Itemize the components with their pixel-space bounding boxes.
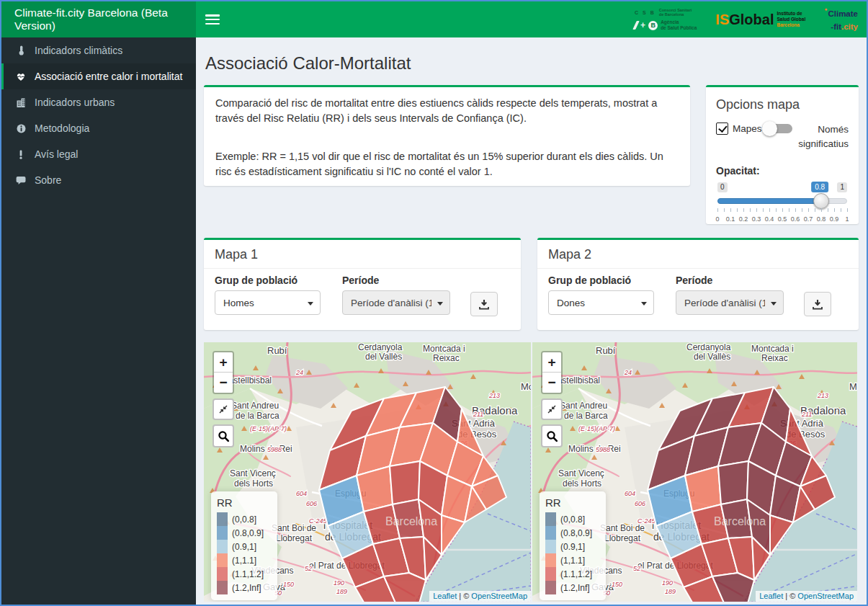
- legend-swatch: [217, 567, 228, 581]
- opacity-label: Opacitat:: [716, 165, 849, 177]
- leaflet-link[interactable]: Leaflet: [433, 592, 457, 600]
- svg-text:Reixac: Reixac: [433, 353, 460, 363]
- svg-text:Sant Boi de: Sant Boi de: [272, 523, 316, 533]
- district-polygon[interactable]: [390, 461, 420, 504]
- map-2[interactable]: RubíCastellbisbalCerdanyoladel VallèsMon…: [532, 342, 857, 602]
- district-polygon[interactable]: [718, 461, 748, 504]
- svg-text:Cerdanyola: Cerdanyola: [686, 342, 731, 352]
- opacity-slider[interactable]: 0 1 0.8 00.10.20.30.40.50.60.70.80.91: [717, 182, 847, 230]
- svg-text:5988: 5988: [596, 446, 610, 453]
- legend-label: (0,0.8]: [556, 514, 585, 525]
- search-button[interactable]: [541, 424, 563, 447]
- osm-link[interactable]: OpenStreetMap: [797, 592, 854, 600]
- only-significant-toggle[interactable]: [771, 124, 792, 133]
- legend-label: (1,1.1]: [556, 556, 585, 566]
- map1-period-label: Període: [342, 275, 450, 286]
- svg-text:606: 606: [306, 500, 317, 507]
- svg-text:190: 190: [662, 579, 673, 587]
- app-window: Climate-fit.city Barcelona (Beta Version…: [0, 0, 868, 606]
- info-icon: [14, 124, 27, 133]
- leaflet-link[interactable]: Leaflet: [759, 592, 783, 600]
- sidebar-item-avis-legal[interactable]: Avís legal: [1, 141, 196, 167]
- svg-text:de la Barca: de la Barca: [236, 411, 279, 421]
- map2-download-button[interactable]: [804, 292, 831, 316]
- svg-text:Reixac: Reixac: [761, 353, 788, 363]
- svg-text:211: 211: [473, 411, 483, 418]
- legend-label: (0.9,1]: [556, 542, 585, 552]
- svg-text:604: 604: [625, 490, 635, 497]
- legend-swatch: [545, 553, 556, 567]
- svg-text:C-245: C-245: [637, 517, 656, 525]
- legend-row: (1,1.1]: [545, 553, 600, 567]
- sync-view-button[interactable]: [541, 398, 563, 420]
- download-icon: [812, 299, 823, 310]
- map2-group-label: Grup de població: [548, 275, 654, 286]
- header-logos: C S B Consorci Sanitari de Barcelona + B…: [635, 1, 858, 37]
- zoom-out-button[interactable]: −: [214, 373, 233, 393]
- sidebar-item-indicadors-urbans[interactable]: Indicadors urbans: [1, 89, 196, 115]
- svg-text:(E-15)(AP-7): (E-15)(AP-7): [578, 425, 615, 432]
- svg-text:Montcada i: Montcada i: [423, 344, 465, 354]
- sidebar-item-metodologia[interactable]: Metodologia: [1, 115, 196, 141]
- svg-text:del Vallès: del Vallès: [694, 352, 730, 362]
- thermometer-icon: [14, 45, 27, 55]
- map2-group-select[interactable]: Dones: [548, 290, 654, 315]
- legend-swatch: [217, 553, 228, 567]
- map-1[interactable]: RubíCastellbisbalCerdanyoladel VallèsMon…: [204, 342, 531, 602]
- map-legend: RR (0,0.8](0.8,0.9](0.9,1](1,1.1](1.1,1.…: [211, 491, 277, 600]
- sidebar-item-sobre[interactable]: Sobre: [1, 167, 196, 193]
- sidebar: Indicadors climàticsAssociació entre cal…: [1, 37, 196, 605]
- sync-arrows-icon: [547, 404, 557, 414]
- map2-panel-title: Mapa 2: [537, 240, 859, 269]
- legend-swatch: [217, 581, 228, 594]
- top-navbar: Climate-fit.city Barcelona (Beta Version…: [1, 1, 867, 37]
- legend-row: (0.9,1]: [545, 540, 600, 553]
- heartbeat-icon: [14, 72, 27, 81]
- search-icon: [218, 430, 230, 442]
- slider-tick-labels: 00.10.20.30.40.50.60.70.80.91: [717, 215, 847, 224]
- svg-text:Sant Andreu: Sant Andreu: [560, 401, 607, 411]
- slider-handle[interactable]: [813, 193, 829, 209]
- legend-swatch: [217, 526, 228, 540]
- sidebar-item-label: Indicadors urbans: [35, 97, 115, 108]
- legend-row: (0.8,0.9]: [545, 526, 600, 540]
- sync-arrows-icon: [218, 404, 228, 414]
- map-options-box: Opcions mapa Mapes sincronitzats Només s…: [706, 85, 859, 224]
- sidebar-toggle-button[interactable]: [205, 13, 220, 26]
- search-button[interactable]: [212, 424, 234, 447]
- brand-logo: Climate-fit.city Barcelona (Beta Version…: [1, 1, 196, 37]
- exclamation-icon: [14, 150, 27, 159]
- legend-row: (1.1,1.2]: [545, 567, 600, 581]
- csb-abbr: C S B: [635, 10, 656, 15]
- map1-group-select[interactable]: Homes: [215, 290, 321, 315]
- legend-row: (0,0.8]: [217, 512, 272, 526]
- osm-link[interactable]: OpenStreetMap: [471, 592, 527, 600]
- svg-text:Llobregat: Llobregat: [604, 533, 641, 543]
- map1-download-button[interactable]: [470, 292, 498, 316]
- intro-paragraph-1: Comparació del risc de mortalitat entre …: [215, 96, 679, 126]
- map1-period-select[interactable]: Període d'anàlisi (199: [342, 290, 450, 315]
- zoom-in-button[interactable]: +: [214, 352, 233, 373]
- legend-label: (0.9,1]: [228, 542, 256, 552]
- zoom-in-button[interactable]: +: [542, 352, 561, 373]
- sidebar-item-associacio-calor-mortalitat[interactable]: Associació entre calor i mortalitat: [1, 63, 196, 89]
- svg-text:de la Barca: de la Barca: [564, 411, 608, 421]
- svg-text:24: 24: [295, 369, 303, 376]
- map2-period-select[interactable]: Període d'anàlisi (199: [676, 290, 784, 315]
- svg-text:606: 606: [635, 500, 645, 507]
- svg-text:(E-15)(AP-7): (E-15)(AP-7): [250, 425, 287, 432]
- intro-box: Comparació del risc de mortalitat entre …: [204, 85, 690, 186]
- sidebar-item-indicadors-climatics[interactable]: Indicadors climàtics: [1, 37, 196, 63]
- svg-text:Molins de Rei: Molins de Rei: [240, 444, 292, 454]
- sync-maps-checkbox[interactable]: [716, 122, 728, 135]
- legend-row: (0.9,1]: [217, 540, 272, 553]
- svg-text:5988: 5988: [267, 446, 282, 453]
- zoom-out-button[interactable]: −: [542, 373, 561, 393]
- map2-period-label: Període: [676, 275, 784, 286]
- sync-view-button[interactable]: [212, 398, 234, 420]
- svg-text:150: 150: [283, 581, 294, 588]
- svg-text:Sant Vicenç: Sant Vicenç: [558, 468, 604, 478]
- svg-text:150: 150: [612, 581, 622, 588]
- svg-text:604: 604: [296, 490, 307, 497]
- svg-text:del Vallès: del Vallès: [365, 352, 402, 362]
